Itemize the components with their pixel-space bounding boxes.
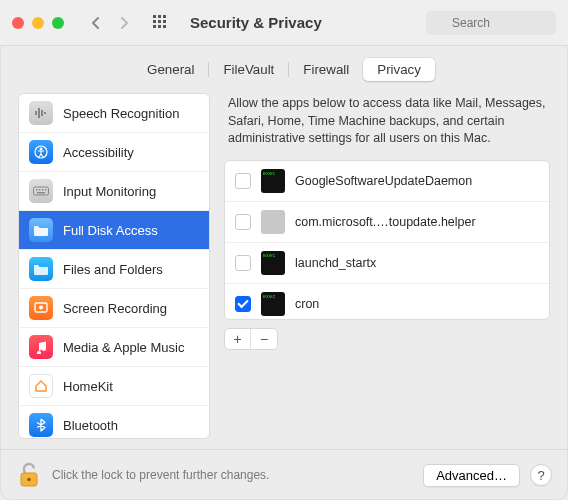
sidebar-item-label: Full Disk Access (63, 223, 158, 238)
tab-bar: General FileVault Firewall Privacy (0, 46, 568, 93)
list-controls: + − (224, 328, 550, 350)
content-area: Speech Recognition Accessibility Input M… (0, 93, 568, 449)
svg-rect-7 (158, 25, 161, 28)
svg-rect-1 (158, 15, 161, 18)
show-all-button[interactable] (148, 12, 174, 34)
app-row[interactable]: GoogleSoftwareUpdateDaemon (225, 161, 549, 201)
exec-icon (261, 292, 285, 316)
sidebar-item-full-disk-access[interactable]: Full Disk Access (19, 210, 209, 249)
add-app-button[interactable]: + (225, 329, 251, 349)
help-button[interactable]: ? (530, 464, 552, 486)
svg-rect-4 (158, 20, 161, 23)
sidebar-item-label: Input Monitoring (63, 184, 156, 199)
svg-point-16 (40, 148, 43, 151)
app-checkbox[interactable] (235, 173, 251, 189)
titlebar: Security & Privacy (0, 0, 568, 46)
sidebar-item-homekit[interactable]: HomeKit (19, 366, 209, 405)
sidebar-item-label: Accessibility (63, 145, 134, 160)
lock-button[interactable] (16, 460, 42, 490)
search-input[interactable] (426, 11, 556, 35)
tab-general[interactable]: General (133, 58, 208, 81)
svg-rect-0 (153, 15, 156, 18)
segmented-control: General FileVault Firewall Privacy (133, 58, 435, 81)
app-name: cron (295, 297, 319, 311)
remove-app-button[interactable]: − (251, 329, 277, 349)
folder-icon (29, 257, 53, 281)
tab-filevault[interactable]: FileVault (209, 58, 288, 81)
minimize-window-button[interactable] (32, 17, 44, 29)
home-icon (29, 374, 53, 398)
app-name: GoogleSoftwareUpdateDaemon (295, 174, 472, 188)
zoom-window-button[interactable] (52, 17, 64, 29)
accessibility-icon (29, 140, 53, 164)
sidebar-item-bluetooth[interactable]: Bluetooth (19, 405, 209, 439)
back-button[interactable] (84, 12, 108, 34)
app-row[interactable]: com.microsoft.…toupdate.helper (225, 201, 549, 242)
close-window-button[interactable] (12, 17, 24, 29)
chevron-left-icon (91, 16, 101, 30)
footer: Click the lock to prevent further change… (0, 449, 568, 500)
app-row[interactable]: launchd_startx (225, 242, 549, 283)
privacy-sidebar: Speech Recognition Accessibility Input M… (18, 93, 210, 439)
detail-panel: Allow the apps below to access data like… (224, 93, 550, 439)
svg-rect-17 (34, 187, 49, 195)
waveform-icon (29, 101, 53, 125)
music-icon (29, 335, 53, 359)
svg-point-24 (39, 306, 43, 310)
app-checkbox[interactable] (235, 214, 251, 230)
chevron-right-icon (119, 16, 129, 30)
sidebar-item-screen-recording[interactable]: Screen Recording (19, 288, 209, 327)
svg-rect-3 (153, 20, 156, 23)
app-name: launchd_startx (295, 256, 376, 270)
app-name: com.microsoft.…toupdate.helper (295, 215, 476, 229)
keyboard-icon (29, 179, 53, 203)
sidebar-item-label: Speech Recognition (63, 106, 179, 121)
sidebar-item-label: Bluetooth (63, 418, 118, 433)
svg-rect-21 (45, 189, 47, 191)
folder-icon (29, 218, 53, 242)
window-title: Security & Privacy (190, 14, 322, 31)
svg-rect-18 (36, 189, 38, 191)
svg-rect-6 (153, 25, 156, 28)
generic-doc-icon (261, 210, 285, 234)
svg-rect-20 (42, 189, 44, 191)
svg-rect-8 (163, 25, 166, 28)
unlocked-lock-icon (18, 462, 40, 488)
exec-icon (261, 169, 285, 193)
sidebar-item-media-apple-music[interactable]: Media & Apple Music (19, 327, 209, 366)
sidebar-item-label: Screen Recording (63, 301, 167, 316)
sidebar-item-label: HomeKit (63, 379, 113, 394)
svg-point-26 (27, 478, 31, 482)
grid-icon (153, 15, 169, 31)
prefs-window: Security & Privacy General FileVault Fir… (0, 0, 568, 500)
panel-description: Allow the apps below to access data like… (224, 93, 550, 160)
sidebar-item-files-and-folders[interactable]: Files and Folders (19, 249, 209, 288)
nav-arrows (84, 12, 136, 34)
window-controls (12, 17, 64, 29)
app-checkbox[interactable] (235, 296, 251, 312)
tab-privacy[interactable]: Privacy (363, 58, 435, 81)
tab-firewall[interactable]: Firewall (289, 58, 363, 81)
app-list: GoogleSoftwareUpdateDaemon com.microsoft… (224, 160, 550, 320)
screen-record-icon (29, 296, 53, 320)
advanced-button[interactable]: Advanced… (423, 464, 520, 487)
bluetooth-icon (29, 413, 53, 437)
sidebar-item-accessibility[interactable]: Accessibility (19, 132, 209, 171)
svg-rect-5 (163, 20, 166, 23)
app-checkbox[interactable] (235, 255, 251, 271)
svg-rect-19 (39, 189, 41, 191)
svg-rect-22 (37, 192, 45, 194)
forward-button[interactable] (112, 12, 136, 34)
sidebar-item-input-monitoring[interactable]: Input Monitoring (19, 171, 209, 210)
sidebar-item-label: Files and Folders (63, 262, 163, 277)
sidebar-item-speech-recognition[interactable]: Speech Recognition (19, 94, 209, 132)
svg-rect-2 (163, 15, 166, 18)
sidebar-item-label: Media & Apple Music (63, 340, 184, 355)
app-row[interactable]: cron (225, 283, 549, 320)
exec-icon (261, 251, 285, 275)
lock-hint-text: Click the lock to prevent further change… (52, 468, 269, 482)
